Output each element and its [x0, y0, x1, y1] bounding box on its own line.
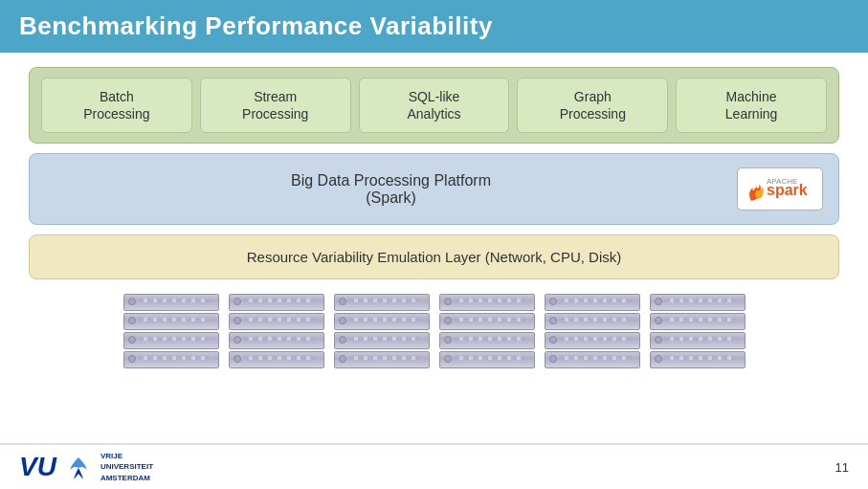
- server-unit: [334, 313, 430, 330]
- platform-text: Big Data Processing Platform(Spark): [45, 172, 737, 207]
- server-unit: [229, 294, 324, 311]
- workload-batch: BatchProcessing: [41, 78, 192, 133]
- server-unit: [650, 313, 746, 330]
- server-stack-6: [650, 294, 746, 368]
- server-unit: [123, 294, 219, 311]
- server-unit: [334, 332, 430, 349]
- server-stack-3: [334, 294, 430, 368]
- workload-sql: SQL-likeAnalytics: [359, 78, 510, 133]
- server-unit: [439, 351, 535, 368]
- server-unit: [439, 332, 535, 349]
- slide-header: Benchmarking Performance Variability: [0, 0, 868, 53]
- workload-graph: GraphProcessing: [517, 78, 668, 133]
- server-unit: [545, 294, 640, 311]
- slide: Benchmarking Performance Variability Bat…: [0, 0, 868, 489]
- server-stack-5: [545, 294, 640, 368]
- platform-container: Big Data Processing Platform(Spark) spar…: [29, 153, 839, 225]
- server-stack-1: [123, 294, 219, 368]
- vu-university-text: VRIJE UNIVERSITEIT AMSTERDAM: [100, 451, 153, 483]
- workloads-container: BatchProcessing StreamProcessing SQL-lik…: [29, 67, 839, 144]
- workload-stream: StreamProcessing: [200, 78, 351, 133]
- slide-content: BatchProcessing StreamProcessing SQL-lik…: [0, 53, 868, 443]
- server-unit: [545, 351, 640, 368]
- servers-row: [29, 289, 839, 373]
- server-stack-4: [439, 294, 535, 368]
- slide-title: Benchmarking Performance Variability: [19, 11, 493, 41]
- vu-bird-icon: [64, 453, 93, 481]
- page-number: 11: [835, 460, 849, 475]
- server-unit: [123, 351, 219, 368]
- server-unit: [334, 294, 430, 311]
- spark-logo: spark APACHE: [737, 167, 823, 211]
- server-unit: [545, 313, 640, 330]
- server-unit: [229, 332, 324, 349]
- server-unit: [650, 332, 746, 349]
- slide-footer: VU VRIJE UNIVERSITEIT AMSTERDAM 11: [0, 443, 868, 489]
- server-unit: [545, 332, 640, 349]
- vu-initials: VU: [19, 452, 56, 482]
- server-unit: [439, 294, 535, 311]
- server-unit: [123, 332, 219, 349]
- resource-text: Resource Variability Emulation Layer (Ne…: [247, 249, 622, 265]
- svg-text:APACHE: APACHE: [767, 177, 797, 186]
- server-unit: [123, 313, 219, 330]
- server-unit: [650, 294, 746, 311]
- resource-container: Resource Variability Emulation Layer (Ne…: [29, 234, 839, 279]
- server-stack-2: [229, 294, 324, 368]
- server-unit: [650, 351, 746, 368]
- server-unit: [439, 313, 535, 330]
- workload-ml: MachineLearning: [676, 78, 827, 133]
- spark-logo-svg: spark APACHE: [740, 170, 821, 209]
- server-unit: [229, 313, 324, 330]
- server-unit: [334, 351, 430, 368]
- footer-logo: VU VRIJE UNIVERSITEIT AMSTERDAM: [19, 451, 153, 483]
- server-unit: [229, 351, 324, 368]
